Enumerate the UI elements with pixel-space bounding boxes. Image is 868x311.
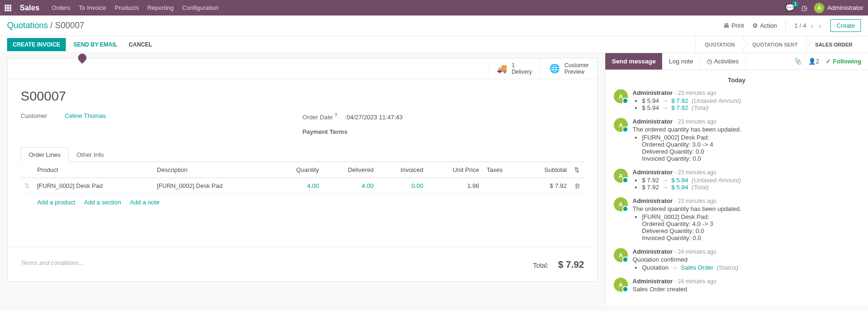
- status-quotation-sent[interactable]: QUOTATION SENT: [743, 36, 806, 53]
- message-author: Administrator: [633, 197, 673, 204]
- col-quantity[interactable]: Quantity: [273, 162, 323, 178]
- customer-label: Customer: [21, 112, 58, 119]
- print-icon: 🖶: [723, 22, 729, 29]
- form-sheet: 🚚 1Delivery 🌐 CustomerPreview S00007 Cus…: [7, 58, 598, 282]
- messaging-icon[interactable]: 💬 1: [785, 3, 795, 12]
- col-taxes[interactable]: Taxes: [483, 162, 521, 178]
- message-content: The ordered quantity has been updated.[F…: [633, 205, 860, 241]
- menu-products[interactable]: Products: [115, 4, 139, 11]
- print-button[interactable]: 🖶 Print: [723, 22, 744, 29]
- create-button[interactable]: Create: [830, 19, 861, 32]
- cell-unitprice[interactable]: 1.98: [427, 178, 483, 194]
- cell-quantity[interactable]: 4.00: [273, 178, 323, 194]
- pager-next[interactable]: ›: [818, 22, 822, 30]
- cell-description[interactable]: [FURN_0002] Desk Pad: [153, 178, 273, 194]
- action-button[interactable]: ⚙ Action: [752, 22, 777, 29]
- menu-reporting[interactable]: Reporting: [147, 4, 173, 11]
- message-content: The ordered quantity has been updated.[F…: [633, 126, 860, 162]
- message-time: - 23 minutes ago: [674, 90, 716, 96]
- globe-icon: 🌐: [549, 63, 560, 74]
- tab-order-lines[interactable]: Order Lines: [21, 147, 69, 162]
- menu-configuration[interactable]: Configuration: [182, 4, 219, 11]
- person-icon: 👤: [808, 58, 816, 65]
- send-by-email-button[interactable]: SEND BY EMAIL: [70, 38, 121, 51]
- col-subtotal[interactable]: Subtotal: [521, 162, 571, 178]
- followers-button[interactable]: 👤2: [808, 58, 819, 65]
- cancel-button[interactable]: CANCEL: [125, 38, 156, 51]
- message-author: Administrator: [633, 118, 673, 125]
- add-section-link[interactable]: Add a section: [84, 199, 121, 206]
- terms-field[interactable]: Terms and conditions...: [21, 259, 533, 270]
- attachment-icon[interactable]: 📎: [794, 58, 802, 65]
- col-unitprice[interactable]: Unit Price: [427, 162, 483, 178]
- chat-count: 1: [792, 1, 799, 7]
- cell-product[interactable]: [FURN_0002] Desk Pad: [33, 178, 153, 194]
- cell-delivered[interactable]: 4.00: [323, 178, 377, 194]
- breadcrumb-current: S00007: [55, 21, 84, 30]
- tabs: Order Lines Other Info: [21, 147, 584, 162]
- apps-icon[interactable]: [5, 5, 11, 11]
- message-avatar: A: [614, 197, 628, 211]
- total-label: Total:: [533, 262, 548, 269]
- add-product-link[interactable]: Add a product: [37, 199, 75, 206]
- control-panel: Quotations / S00007 🖶 Print ⚙ Action 1 /…: [0, 16, 868, 36]
- col-product[interactable]: Product: [33, 162, 153, 178]
- message-author: Administrator: [633, 89, 673, 96]
- col-delivered[interactable]: Delivered: [323, 162, 377, 178]
- cell-subtotal: $ 7.92: [521, 178, 571, 194]
- menu-orders[interactable]: Orders: [52, 4, 70, 11]
- message-time: - 24 minutes ago: [674, 278, 716, 285]
- col-invoiced[interactable]: Invoiced: [377, 162, 427, 178]
- activities-icon[interactable]: ◷: [801, 4, 807, 12]
- settings-icon[interactable]: ⇅: [574, 166, 579, 173]
- breadcrumb-root[interactable]: Quotations: [7, 21, 48, 30]
- message: AAdministrator - 23 minutes agoThe order…: [614, 197, 860, 241]
- status-sales-order[interactable]: SALES ORDER: [806, 36, 861, 53]
- user-menu[interactable]: A Administrator: [814, 3, 863, 13]
- status-bar: CREATE INVOICE SEND BY EMAIL CANCEL QUOT…: [0, 36, 868, 53]
- cell-taxes[interactable]: [483, 178, 521, 194]
- activities-button[interactable]: ◷ Activities: [700, 53, 746, 70]
- table-row[interactable]: ⇅ [FURN_0002] Desk Pad [FURN_0002] Desk …: [21, 178, 584, 194]
- message-content: $ 7.92 → $ 5.94 (Untaxed Amount)$ 7.92 →…: [633, 177, 860, 191]
- button-box: 🚚 1Delivery 🌐 CustomerPreview: [8, 58, 597, 79]
- truck-icon: 🚚: [497, 63, 507, 74]
- drag-handle-icon[interactable]: ⇅: [21, 178, 33, 194]
- col-description[interactable]: Description: [153, 162, 273, 178]
- payment-terms-label: Payment Terms: [303, 128, 348, 135]
- chatter-topbar: Send message Log note ◷ Activities 📎 👤2 …: [605, 53, 868, 70]
- tab-other-info[interactable]: Other Info: [69, 147, 112, 162]
- message-avatar: A: [614, 118, 628, 132]
- orderdate-label: Order Date ?: [303, 112, 340, 121]
- message: AAdministrator - 24 minutes agoSales Ord…: [614, 278, 860, 293]
- check-icon: ✓: [826, 58, 831, 65]
- message-author: Administrator: [633, 169, 673, 176]
- user-avatar: A: [814, 3, 824, 13]
- menu-to-invoice[interactable]: To Invoice: [79, 4, 107, 11]
- order-name: S00007: [21, 89, 584, 104]
- customer-field[interactable]: Celine Thomas: [65, 112, 106, 119]
- following-button[interactable]: ✓ Following: [826, 58, 861, 65]
- delivery-stat-button[interactable]: 🚚 1Delivery: [488, 58, 540, 79]
- customer-preview-button[interactable]: 🌐 CustomerPreview: [540, 58, 597, 79]
- add-note-link[interactable]: Add a note: [130, 199, 160, 206]
- chatter-messages: Today AAdministrator - 23 minutes ago$ 5…: [605, 70, 868, 306]
- message: AAdministrator - 23 minutes agoThe order…: [614, 118, 860, 162]
- gear-icon: ⚙: [752, 22, 758, 29]
- pager-value[interactable]: 1 / 4: [794, 22, 806, 29]
- app-title[interactable]: Sales: [20, 4, 39, 12]
- cell-invoiced[interactable]: 0.00: [377, 178, 427, 194]
- create-invoice-button[interactable]: CREATE INVOICE: [7, 38, 66, 51]
- delete-row-icon[interactable]: 🗑: [571, 178, 584, 194]
- order-lines-table: Product Description Quantity Delivered I…: [21, 162, 584, 210]
- message-avatar: A: [614, 278, 628, 292]
- status-quotation[interactable]: QUOTATION: [696, 36, 743, 53]
- log-note-button[interactable]: Log note: [662, 53, 700, 70]
- message-content: Quotation confirmedQuotation → Sales Ord…: [633, 256, 860, 271]
- top-menu: Orders To Invoice Products Reporting Con…: [52, 4, 219, 11]
- message-separator: Today: [614, 77, 860, 84]
- message-author: Administrator: [633, 278, 673, 285]
- pager-prev[interactable]: ‹: [810, 22, 814, 30]
- send-message-button[interactable]: Send message: [605, 53, 662, 70]
- message-avatar: A: [614, 169, 628, 183]
